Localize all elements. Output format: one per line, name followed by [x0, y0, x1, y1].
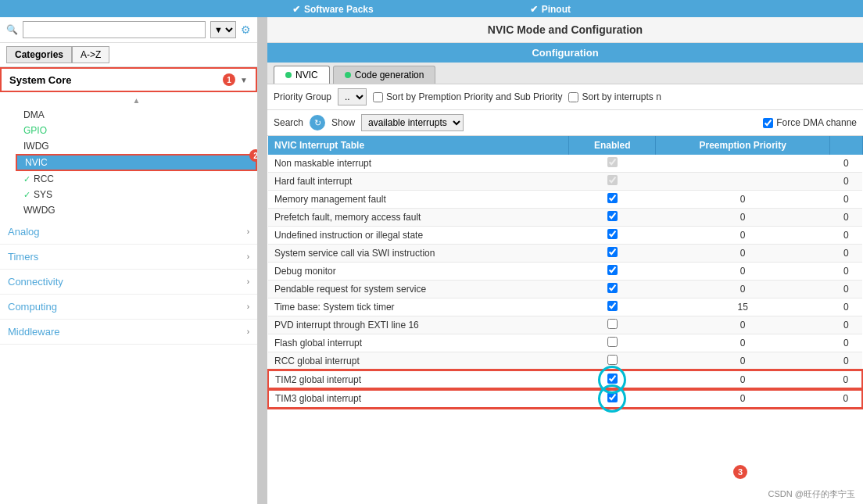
- col-interrupt-name: NVIC Interrupt Table: [268, 136, 569, 155]
- computing-group[interactable]: Computing ›: [0, 295, 257, 320]
- interrupt-name-cell: Time base: System tick timer: [268, 298, 569, 316]
- table-row: Memory management fault00: [268, 191, 862, 209]
- analog-group[interactable]: Analog ›: [0, 220, 257, 245]
- badge-3: 3: [733, 465, 747, 479]
- codegen-tab-dot: [345, 72, 351, 78]
- connectivity-chevron-icon: ›: [247, 277, 249, 286]
- categories-tab[interactable]: Categories: [6, 46, 72, 63]
- enabled-checkbox[interactable]: [607, 175, 618, 185]
- preemption-cell: 0: [656, 263, 830, 281]
- software-packs-tab[interactable]: ✔Software Packs: [292, 3, 374, 15]
- enabled-cell: [569, 281, 656, 298]
- enabled-cell: [569, 263, 656, 281]
- iwdg-label: IWDG: [23, 141, 49, 152]
- preemption-cell: 0: [656, 191, 830, 209]
- enabled-checkbox[interactable]: [607, 355, 618, 365]
- sidebar-item-iwdg[interactable]: IWDG: [16, 138, 257, 154]
- sort-interrupts-checkbox[interactable]: [568, 92, 578, 102]
- timers-chevron-icon: ›: [247, 252, 249, 261]
- sidebar-item-dma[interactable]: DMA: [16, 107, 257, 123]
- enabled-checkbox[interactable]: [607, 229, 618, 239]
- show-select[interactable]: available interrupts: [361, 114, 464, 131]
- enabled-cell: [569, 316, 656, 334]
- enabled-checkbox[interactable]: [607, 319, 618, 329]
- tab-nvic[interactable]: NVIC: [274, 66, 330, 84]
- enabled-cell: [569, 245, 656, 263]
- sidebar-item-rcc[interactable]: ✓ RCC: [16, 171, 257, 187]
- preemption-cell: 0: [656, 334, 830, 352]
- enabled-checkbox[interactable]: [607, 283, 618, 293]
- enabled-checkbox[interactable]: [607, 193, 618, 203]
- az-tab[interactable]: A->Z: [72, 46, 109, 63]
- table-row: TIM3 global interrupt00: [268, 389, 862, 408]
- priority-group-select[interactable]: ..: [338, 88, 367, 105]
- watermark: CSDN @旺仔的李宁玉: [768, 488, 855, 500]
- enabled-cell: [569, 389, 656, 408]
- nvic-tab-dot: [285, 72, 292, 78]
- middleware-group[interactable]: Middleware ›: [0, 320, 257, 345]
- enabled-checkbox[interactable]: [607, 211, 618, 221]
- gear-icon[interactable]: ⚙: [241, 23, 251, 36]
- table-row: Time base: System tick timer150: [268, 298, 862, 316]
- system-core-label: System Core: [9, 74, 71, 86]
- interrupt-name-cell: PVD interrupt through EXTI line 16: [268, 316, 569, 334]
- resize-handle[interactable]: [258, 17, 267, 504]
- enabled-checkbox[interactable]: [607, 374, 618, 384]
- sidebar-item-wwdg[interactable]: WWDG: [16, 202, 257, 218]
- system-core-header[interactable]: System Core 1 ▼: [0, 67, 257, 92]
- enabled-checkbox[interactable]: [607, 337, 618, 347]
- col4-cell: 0: [830, 352, 862, 371]
- enabled-checkbox[interactable]: [607, 265, 618, 275]
- sidebar-item-sys[interactable]: ✓ SYS: [16, 187, 257, 202]
- sys-check-icon: ✓: [23, 190, 30, 200]
- table-row: TIM2 global interrupt00: [268, 370, 862, 389]
- chevron-down-icon: ▼: [240, 76, 248, 84]
- analog-chevron-icon: ›: [247, 227, 249, 236]
- connectivity-group[interactable]: Connectivity ›: [0, 270, 257, 295]
- sidebar-item-gpio[interactable]: GPIO: [16, 123, 257, 138]
- search-dropdown[interactable]: ▼: [210, 21, 236, 38]
- sort-interrupts-label: Sort by interrupts n: [582, 91, 661, 102]
- col4-cell: 0: [830, 281, 862, 298]
- tab-code-generation[interactable]: Code generation: [333, 66, 436, 84]
- nvic-label: NVIC: [25, 157, 48, 168]
- col-enabled: Enabled: [569, 136, 656, 155]
- enabled-cell: [569, 155, 656, 173]
- col4-cell: 0: [830, 191, 862, 209]
- search-label: Search: [274, 117, 303, 128]
- preemption-cell: [656, 173, 830, 191]
- enabled-checkbox[interactable]: [607, 392, 618, 402]
- enabled-checkbox[interactable]: [607, 301, 618, 311]
- table-row: Pendable request for system service00: [268, 281, 862, 298]
- nvic-badge: 2: [249, 149, 258, 162]
- table-row: Undefined instruction or illegal state00: [268, 227, 862, 245]
- connectivity-label: Connectivity: [8, 276, 63, 288]
- col-preemption: Preemption Priority: [656, 136, 830, 155]
- table-row: Debug monitor00: [268, 263, 862, 281]
- middleware-chevron-icon: ›: [247, 327, 249, 336]
- preemption-cell: 0: [656, 227, 830, 245]
- preemption-cell: 0: [656, 389, 830, 408]
- enabled-checkbox[interactable]: [607, 157, 618, 167]
- sidebar-item-nvic[interactable]: NVIC 2: [16, 154, 257, 171]
- preemption-cell: 0: [656, 281, 830, 298]
- enabled-cell: [569, 173, 656, 191]
- col4-cell: 0: [830, 155, 862, 173]
- col4-cell: 0: [830, 298, 862, 316]
- force-dma-checkbox[interactable]: [763, 118, 773, 128]
- sys-label: SYS: [34, 189, 52, 200]
- enabled-checkbox[interactable]: [607, 247, 618, 257]
- interrupt-name-cell: Prefetch fault, memory access fault: [268, 209, 569, 227]
- search-input[interactable]: [23, 21, 206, 38]
- wwdg-label: WWDG: [23, 205, 56, 216]
- pinout-tab[interactable]: ✔Pinout: [530, 3, 571, 15]
- table-row: Hard fault interrupt0: [268, 173, 862, 191]
- col4-cell: 0: [830, 227, 862, 245]
- col4-cell: 0: [830, 173, 862, 191]
- analog-label: Analog: [8, 226, 39, 238]
- enabled-cell: [569, 191, 656, 209]
- nvic-tab-label: NVIC: [295, 70, 318, 80]
- search-refresh-button[interactable]: ↻: [310, 115, 325, 130]
- timers-group[interactable]: Timers ›: [0, 245, 257, 270]
- sort-premption-checkbox[interactable]: [373, 92, 383, 102]
